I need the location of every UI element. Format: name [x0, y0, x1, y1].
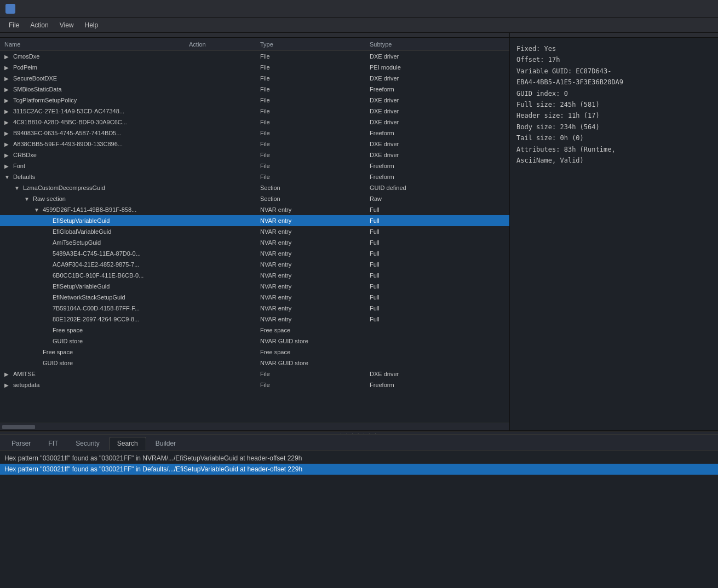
tree-cell-name: 7B59104A-C00D-4158-87FF-F...	[0, 305, 189, 312]
expander-icon[interactable]: ▶	[4, 152, 12, 158]
results-area[interactable]: Hex pattern "030021ff" found as "030021F…	[0, 451, 718, 588]
tree-cell-name: 5489A3E4-C745-11EA-87D0-0...	[0, 250, 189, 257]
tree-row[interactable]: ▶ setupdata File Freeform	[0, 379, 509, 390]
tree-cell-subtype: Full	[370, 239, 509, 246]
row-name: B94083EC-0635-4745-A587-7414BD5...	[12, 130, 122, 136]
result-row[interactable]: Hex pattern "030021ff" found as "030021F…	[0, 464, 718, 475]
tab-search[interactable]: Search	[109, 437, 146, 450]
expander-icon[interactable]: ▶	[4, 130, 12, 136]
tree-row[interactable]: ▶ PcdPeim File PEI module	[0, 62, 509, 73]
expander-icon[interactable]: ▶	[4, 54, 12, 60]
tree-row[interactable]: ▶ 4C91B810-A28D-4BBC-BDF0-30A9C6C... Fil…	[0, 117, 509, 128]
tree-cell-name: ▼ Defaults	[0, 174, 189, 180]
expander-icon[interactable]: ▶	[4, 141, 12, 147]
tree-cell-type: NVAR entry	[260, 206, 370, 213]
tab-security[interactable]: Security	[67, 437, 107, 450]
tree-row[interactable]: ▶ Font File Freeform	[0, 160, 509, 171]
expander-icon[interactable]: ▶	[4, 76, 12, 82]
expander-icon[interactable]: ▶	[4, 97, 12, 103]
tree-row[interactable]: GUID store NVAR GUID store	[0, 336, 509, 347]
tree-row[interactable]: ▶ CmosDxe File DXE driver	[0, 51, 509, 62]
tree-cell-name: EfiNetworkStackSetupGuid	[0, 294, 189, 301]
tree-cell-name: AmiTseSetupGuid	[0, 239, 189, 246]
info-line: Tail size: 0h (0)	[516, 132, 711, 143]
window-controls	[635, 0, 713, 18]
expander-icon[interactable]: ▼	[14, 185, 22, 191]
info-line: GUID index: 0	[516, 88, 711, 99]
minimize-button[interactable]	[635, 0, 660, 18]
tree-row[interactable]: ▶ 3115C2AC-27E1-14A9-53CD-AC47348... Fil…	[0, 106, 509, 117]
expander-icon[interactable]: ▶	[4, 382, 12, 388]
menu-file[interactable]: File	[3, 19, 25, 31]
expander-icon[interactable]: ▶	[4, 65, 12, 71]
tree-row[interactable]: ▶ TcgPlatformSetupPolicy File DXE driver	[0, 95, 509, 106]
tree-row[interactable]: Free space Free space	[0, 325, 509, 336]
expander-icon[interactable]: ▼	[4, 174, 12, 180]
expander-icon[interactable]: ▼	[34, 207, 42, 213]
close-button[interactable]	[687, 0, 713, 18]
tree-row[interactable]: ▶ B94083EC-0635-4745-A587-7414BD5... Fil…	[0, 128, 509, 139]
app-icon	[5, 4, 15, 14]
row-name: EfiSetupVariableGuid	[51, 283, 110, 290]
tree-cell-name: ▶ CmosDxe	[0, 53, 189, 60]
expander-icon[interactable]: ▶	[4, 87, 12, 93]
tree-row[interactable]: 6B0CC1BC-910F-411E-B6CB-0... NVAR entry …	[0, 270, 509, 281]
tree-cell-subtype: Full	[370, 261, 509, 268]
tree-row[interactable]: ▼ LzmaCustomDecompressGuid Section GUID …	[0, 182, 509, 193]
tab-fit[interactable]: FIT	[40, 437, 66, 450]
tree-row[interactable]: ▶ A838CBB5-59EF-4493-89D0-133C896... Fil…	[0, 139, 509, 149]
tree-row[interactable]: EfiNetworkStackSetupGuid NVAR entry Full	[0, 292, 509, 303]
tree-row[interactable]: 5489A3E4-C745-11EA-87D0-0... NVAR entry …	[0, 248, 509, 259]
menu-action[interactable]: Action	[25, 19, 54, 31]
tree-row[interactable]: ▼ Raw section Section Raw	[0, 193, 509, 204]
tree-cell-subtype: DXE driver	[370, 53, 509, 60]
tree-row[interactable]: EfiSetupVariableGuid NVAR entry Full	[0, 215, 509, 226]
info-line: Fixed: Yes	[516, 43, 711, 54]
tab-parser[interactable]: Parser	[3, 437, 39, 450]
tab-builder[interactable]: Builder	[147, 437, 184, 450]
tree-cell-name: ▶ PcdPeim	[0, 64, 189, 71]
tree-row[interactable]: 80E1202E-2697-4264-9CC9-8... NVAR entry …	[0, 314, 509, 325]
menu-help[interactable]: Help	[79, 19, 104, 31]
expander-icon[interactable]: ▼	[24, 196, 32, 202]
row-name: Raw section	[32, 195, 66, 202]
info-line: Attributes: 83h (Runtime,	[516, 144, 711, 155]
tree-row[interactable]: ▶ AMITSE File DXE driver	[0, 368, 509, 379]
tree-row[interactable]: EfiSetupVariableGuid NVAR entry Full	[0, 281, 509, 292]
tree-cell-subtype: Full	[370, 272, 509, 279]
titlebar	[0, 0, 718, 18]
maximize-button[interactable]	[661, 0, 686, 18]
tree-row[interactable]: ▶ CRBDxe File DXE driver	[0, 149, 509, 160]
tree-cell-subtype: PEI module	[370, 64, 509, 71]
tree-cell-type: File	[260, 152, 370, 158]
tree-row[interactable]: ▼ 4599D26F-1A11-49B8-B91F-858... NVAR en…	[0, 204, 509, 215]
bottom-section: ParserFITSecuritySearchBuilder Hex patte…	[0, 435, 718, 588]
tree-row[interactable]: GUID store NVAR GUID store	[0, 358, 509, 368]
expander-icon[interactable]: ▶	[4, 163, 12, 169]
hscroll-bar[interactable]	[0, 423, 509, 430]
tree-cell-name: Free space	[0, 349, 189, 355]
expander-icon[interactable]: ▶	[4, 371, 12, 377]
tree-row[interactable]: ACA9F304-21E2-4852-9875-7... NVAR entry …	[0, 259, 509, 270]
tree-cell-name: ▶ SecureBootDXE	[0, 75, 189, 82]
expander-icon[interactable]: ▶	[4, 108, 12, 114]
tree-cell-type: File	[260, 130, 370, 136]
tree-row[interactable]: ▶ SMBiosStaticData File Freeform	[0, 84, 509, 95]
tree-row[interactable]: AmiTseSetupGuid NVAR entry Full	[0, 237, 509, 248]
tree-cell-type: NVAR entry	[260, 283, 370, 290]
tree-cell-subtype: DXE driver	[370, 141, 509, 147]
tree-row[interactable]: EfiGlobalVariableGuid NVAR entry Full	[0, 226, 509, 237]
col-type: Type	[260, 41, 370, 48]
menubar: File Action View Help	[0, 18, 718, 33]
tree-header: Name Action Type Subtype	[0, 38, 509, 51]
expander-icon[interactable]: ▶	[4, 119, 12, 125]
result-row[interactable]: Hex pattern "030021ff" found as "030021F…	[0, 453, 718, 464]
menu-view[interactable]: View	[54, 19, 79, 31]
tree-row[interactable]: 7B59104A-C00D-4158-87FF-F... NVAR entry …	[0, 303, 509, 314]
tree-row[interactable]: ▶ SecureBootDXE File DXE driver	[0, 73, 509, 84]
tree-cell-type: File	[260, 64, 370, 71]
col-subtype: Subtype	[370, 41, 509, 48]
tree-row[interactable]: ▼ Defaults File Freeform	[0, 171, 509, 182]
tree-row[interactable]: Free space Free space	[0, 347, 509, 358]
tree-body[interactable]: ▶ CmosDxe File DXE driver ▶ PcdPeim File…	[0, 51, 509, 423]
